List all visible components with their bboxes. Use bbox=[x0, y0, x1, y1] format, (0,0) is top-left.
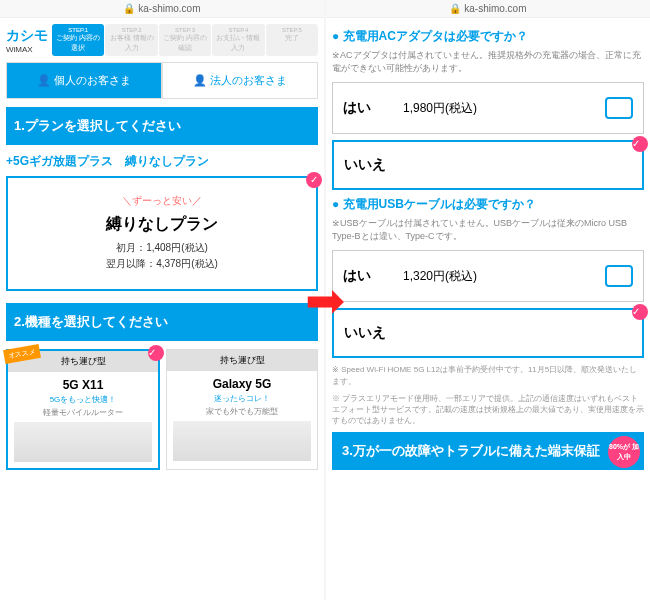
option-no-adapter[interactable]: ✓ いいえ bbox=[332, 140, 644, 190]
question-2-note: ※USBケーブルは付属されていません。USBケーブルは従来のMicro USB … bbox=[332, 217, 644, 242]
device-name: Galaxy 5G bbox=[173, 377, 311, 391]
section-1-head: 1.プランを選択してください bbox=[6, 107, 318, 145]
plan-after-price: 翌月以降：4,378円(税込) bbox=[18, 257, 306, 271]
check-icon: ✓ bbox=[306, 172, 322, 188]
check-icon: ✓ bbox=[148, 345, 164, 361]
url-bar: ka-shimo.com bbox=[326, 0, 650, 18]
tab-business[interactable]: 法人のお客さま bbox=[162, 62, 318, 99]
device-1[interactable]: オススメ ✓ 持ち運び型 5G X11 5Gをもっと快適！ 軽量モバイルルーター bbox=[6, 349, 160, 470]
check-icon: ✓ bbox=[632, 136, 648, 152]
device-desc: 家でも外でも万能型 bbox=[173, 406, 311, 417]
check-icon: ✓ bbox=[632, 304, 648, 320]
device-name: 5G X11 bbox=[14, 378, 152, 392]
device-image bbox=[173, 421, 311, 461]
device-tag: 迷ったらコレ！ bbox=[173, 393, 311, 404]
plan-name: 縛りなしプラン bbox=[18, 214, 306, 235]
question-1: 充電用ACアダプタは必要ですか？ bbox=[332, 28, 644, 45]
logo-sub: WiMAX bbox=[6, 45, 48, 54]
footnote-1: ※ Speed Wi-Fi HOME 5G L12は事前予約受付中です。11月5… bbox=[332, 364, 644, 386]
warranty-badge: 80%が 加入中 bbox=[608, 436, 640, 468]
step-3: STEP.3ご契約 内容の確認 bbox=[159, 24, 211, 56]
option-yes-cable[interactable]: はい 1,320円(税込) bbox=[332, 250, 644, 302]
device-image bbox=[14, 422, 152, 462]
device-desc: 軽量モバイルルーター bbox=[14, 407, 152, 418]
question-1-note: ※ACアダプタは付属されていません。推奨規格外の充電器の場合、正常に充電ができな… bbox=[332, 49, 644, 74]
step-1: STEP.1ご契約 内容の選択 bbox=[52, 24, 104, 56]
footnote-2: ※ プラスエリアモード使用時、一部エリアで提供。上記の通信速度はいずれもベストエ… bbox=[332, 393, 644, 427]
logo: カシモ bbox=[6, 27, 48, 45]
question-2: 充電用USBケーブルは必要ですか？ bbox=[332, 196, 644, 213]
plan-tagline: ＼ずーっと安い／ bbox=[18, 194, 306, 208]
url-bar: ka-shimo.com bbox=[0, 0, 324, 18]
left-screen: ka-shimo.com カシモ WiMAX STEP.1ご契約 内容の選択 S… bbox=[0, 0, 324, 600]
adapter-icon bbox=[605, 97, 633, 119]
tab-personal[interactable]: 個人のお客さま bbox=[6, 62, 162, 99]
step-4: STEP.4お支払い 情報入力 bbox=[212, 24, 264, 56]
plan-card[interactable]: ✓ ＼ずーっと安い／ 縛りなしプラン 初月：1,408円(税込) 翌月以降：4,… bbox=[6, 176, 318, 291]
option-no-cable[interactable]: ✓ いいえ bbox=[332, 308, 644, 358]
plan-label: +5Gギガ放題プラス 縛りなしプラン bbox=[6, 153, 318, 170]
step-5: STEP.5完了 bbox=[266, 24, 318, 56]
step-2: STEP.2お客様 情報の入力 bbox=[105, 24, 157, 56]
option-yes-adapter[interactable]: はい 1,980円(税込) bbox=[332, 82, 644, 134]
cable-icon bbox=[605, 265, 633, 287]
arrow-icon: ➡ bbox=[305, 272, 345, 328]
device-2[interactable]: 持ち運び型 Galaxy 5G 迷ったらコレ！ 家でも外でも万能型 bbox=[166, 349, 318, 470]
section-3-warranty: 3.万が一の故障やトラブルに備えた端末保証 80%が 加入中 bbox=[332, 432, 644, 470]
section-2-head: 2.機種を選択してください bbox=[6, 303, 318, 341]
stepper: STEP.1ご契約 内容の選択 STEP.2お客様 情報の入力 STEP.3ご契… bbox=[52, 24, 318, 56]
device-tag: 5Gをもっと快適！ bbox=[14, 394, 152, 405]
right-screen: ka-shimo.com 充電用ACアダプタは必要ですか？ ※ACアダプタは付属… bbox=[326, 0, 650, 600]
plan-first-price: 初月：1,408円(税込) bbox=[18, 241, 306, 255]
device-type: 持ち運び型 bbox=[167, 350, 317, 371]
